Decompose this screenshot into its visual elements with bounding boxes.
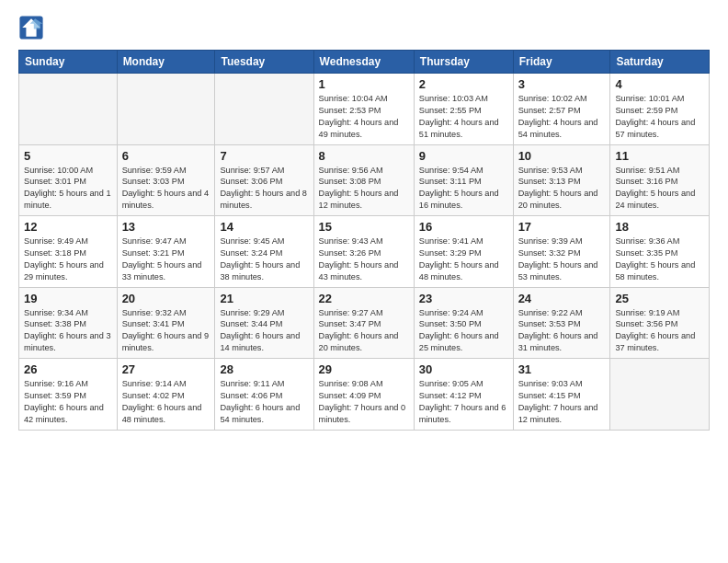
day-info: Sunrise: 9:49 AM Sunset: 3:18 PM Dayligh… [24, 236, 112, 283]
day-info: Sunrise: 9:57 AM Sunset: 3:06 PM Dayligh… [220, 165, 308, 213]
day-info: Sunrise: 9:59 AM Sunset: 3:03 PM Dayligh… [122, 165, 210, 213]
day-info: Sunrise: 9:47 AM Sunset: 3:21 PM Dayligh… [122, 236, 210, 283]
calendar-cell: 18Sunrise: 9:36 AM Sunset: 3:35 PM Dayli… [610, 216, 710, 288]
day-number: 28 [220, 362, 308, 376]
day-info: Sunrise: 9:36 AM Sunset: 3:35 PM Dayligh… [615, 236, 704, 283]
day-number: 16 [419, 220, 508, 234]
day-info: Sunrise: 9:43 AM Sunset: 3:26 PM Dayligh… [319, 236, 409, 283]
day-info: Sunrise: 9:41 AM Sunset: 3:29 PM Dayligh… [419, 236, 508, 283]
day-number: 15 [319, 220, 409, 234]
weekday-header-wednesday: Wednesday [313, 51, 414, 74]
weekday-header-thursday: Thursday [414, 51, 513, 74]
week-row-5: 26Sunrise: 9:16 AM Sunset: 3:59 PM Dayli… [19, 359, 710, 431]
day-number: 8 [319, 149, 409, 163]
day-info: Sunrise: 9:51 AM Sunset: 3:16 PM Dayligh… [615, 165, 704, 213]
day-info: Sunrise: 9:56 AM Sunset: 3:08 PM Dayligh… [319, 165, 409, 213]
day-number: 2 [419, 77, 508, 91]
logo-icon [18, 15, 44, 40]
page: SundayMondayTuesdayWednesdayThursdayFrid… [0, 0, 728, 440]
day-info: Sunrise: 10:04 AM Sunset: 2:53 PM Daylig… [319, 93, 409, 141]
day-number: 22 [319, 292, 409, 305]
week-row-4: 19Sunrise: 9:34 AM Sunset: 3:38 PM Dayli… [19, 287, 710, 359]
calendar-cell: 15Sunrise: 9:43 AM Sunset: 3:26 PM Dayli… [313, 216, 414, 288]
day-info: Sunrise: 9:29 AM Sunset: 3:44 PM Dayligh… [220, 307, 308, 355]
day-number: 13 [122, 220, 210, 234]
calendar-cell: 4Sunrise: 10:01 AM Sunset: 2:59 PM Dayli… [610, 74, 710, 145]
day-info: Sunrise: 10:02 AM Sunset: 2:57 PM Daylig… [518, 93, 606, 141]
calendar-cell [117, 74, 215, 145]
day-info: Sunrise: 9:05 AM Sunset: 4:12 PM Dayligh… [419, 378, 508, 426]
day-number: 25 [615, 292, 704, 305]
week-row-1: 1Sunrise: 10:04 AM Sunset: 2:53 PM Dayli… [19, 74, 710, 145]
calendar-cell: 8Sunrise: 9:56 AM Sunset: 3:08 PM Daylig… [313, 144, 414, 216]
day-info: Sunrise: 9:39 AM Sunset: 3:32 PM Dayligh… [518, 236, 606, 283]
weekday-header-monday: Monday [117, 51, 215, 74]
day-number: 26 [24, 362, 112, 376]
day-info: Sunrise: 9:08 AM Sunset: 4:09 PM Dayligh… [319, 378, 409, 426]
day-info: Sunrise: 10:00 AM Sunset: 3:01 PM Daylig… [24, 165, 112, 213]
logo [18, 15, 48, 40]
day-number: 24 [518, 292, 606, 305]
calendar-cell: 20Sunrise: 9:32 AM Sunset: 3:41 PM Dayli… [117, 287, 215, 359]
day-number: 29 [319, 362, 409, 376]
calendar-cell: 3Sunrise: 10:02 AM Sunset: 2:57 PM Dayli… [513, 74, 610, 145]
day-info: Sunrise: 9:24 AM Sunset: 3:50 PM Dayligh… [419, 307, 508, 355]
day-number: 10 [518, 149, 606, 163]
day-info: Sunrise: 9:32 AM Sunset: 3:41 PM Dayligh… [122, 307, 210, 355]
day-number: 12 [24, 220, 112, 234]
day-number: 20 [122, 292, 210, 305]
calendar-cell: 17Sunrise: 9:39 AM Sunset: 3:32 PM Dayli… [513, 216, 610, 288]
week-row-2: 5Sunrise: 10:00 AM Sunset: 3:01 PM Dayli… [19, 144, 710, 216]
calendar-cell: 21Sunrise: 9:29 AM Sunset: 3:44 PM Dayli… [215, 287, 313, 359]
calendar-cell: 9Sunrise: 9:54 AM Sunset: 3:11 PM Daylig… [414, 144, 513, 216]
day-number: 21 [220, 292, 308, 305]
day-info: Sunrise: 9:54 AM Sunset: 3:11 PM Dayligh… [419, 165, 508, 213]
calendar-cell: 16Sunrise: 9:41 AM Sunset: 3:29 PM Dayli… [414, 216, 513, 288]
day-number: 30 [419, 362, 508, 376]
day-number: 6 [122, 149, 210, 163]
day-number: 11 [615, 149, 704, 163]
calendar-cell: 19Sunrise: 9:34 AM Sunset: 3:38 PM Dayli… [19, 287, 118, 359]
day-number: 27 [122, 362, 210, 376]
calendar-cell: 30Sunrise: 9:05 AM Sunset: 4:12 PM Dayli… [414, 359, 513, 431]
calendar-cell: 1Sunrise: 10:04 AM Sunset: 2:53 PM Dayli… [313, 74, 414, 145]
day-info: Sunrise: 10:03 AM Sunset: 2:55 PM Daylig… [419, 93, 508, 141]
calendar-cell [610, 359, 710, 431]
calendar-cell: 26Sunrise: 9:16 AM Sunset: 3:59 PM Dayli… [19, 359, 118, 431]
calendar-cell: 13Sunrise: 9:47 AM Sunset: 3:21 PM Dayli… [117, 216, 215, 288]
day-info: Sunrise: 9:22 AM Sunset: 3:53 PM Dayligh… [518, 307, 606, 355]
day-number: 31 [518, 362, 606, 376]
day-number: 4 [615, 77, 704, 91]
week-row-3: 12Sunrise: 9:49 AM Sunset: 3:18 PM Dayli… [19, 216, 710, 288]
day-info: Sunrise: 9:11 AM Sunset: 4:06 PM Dayligh… [220, 378, 308, 426]
day-info: Sunrise: 9:16 AM Sunset: 3:59 PM Dayligh… [24, 378, 112, 426]
day-info: Sunrise: 9:53 AM Sunset: 3:13 PM Dayligh… [518, 165, 606, 213]
calendar-cell: 24Sunrise: 9:22 AM Sunset: 3:53 PM Dayli… [513, 287, 610, 359]
day-number: 18 [615, 220, 704, 234]
calendar-cell: 29Sunrise: 9:08 AM Sunset: 4:09 PM Dayli… [313, 359, 414, 431]
calendar-cell [215, 74, 313, 145]
day-info: Sunrise: 10:01 AM Sunset: 2:59 PM Daylig… [615, 93, 704, 141]
day-number: 1 [319, 77, 409, 91]
calendar-cell: 12Sunrise: 9:49 AM Sunset: 3:18 PM Dayli… [19, 216, 118, 288]
day-number: 14 [220, 220, 308, 234]
day-number: 19 [24, 292, 112, 305]
calendar-cell [19, 74, 118, 145]
day-info: Sunrise: 9:19 AM Sunset: 3:56 PM Dayligh… [615, 307, 704, 355]
day-number: 9 [419, 149, 508, 163]
calendar-cell: 6Sunrise: 9:59 AM Sunset: 3:03 PM Daylig… [117, 144, 215, 216]
day-info: Sunrise: 9:03 AM Sunset: 4:15 PM Dayligh… [518, 378, 606, 426]
calendar-cell: 5Sunrise: 10:00 AM Sunset: 3:01 PM Dayli… [19, 144, 118, 216]
calendar-cell: 14Sunrise: 9:45 AM Sunset: 3:24 PM Dayli… [215, 216, 313, 288]
weekday-header-tuesday: Tuesday [215, 51, 313, 74]
calendar-table: SundayMondayTuesdayWednesdayThursdayFrid… [18, 50, 710, 431]
header [18, 15, 710, 40]
calendar-cell: 2Sunrise: 10:03 AM Sunset: 2:55 PM Dayli… [414, 74, 513, 145]
weekday-header-saturday: Saturday [610, 51, 710, 74]
calendar-cell: 22Sunrise: 9:27 AM Sunset: 3:47 PM Dayli… [313, 287, 414, 359]
calendar-cell: 25Sunrise: 9:19 AM Sunset: 3:56 PM Dayli… [610, 287, 710, 359]
weekday-header-sunday: Sunday [19, 51, 118, 74]
calendar-cell: 23Sunrise: 9:24 AM Sunset: 3:50 PM Dayli… [414, 287, 513, 359]
day-number: 17 [518, 220, 606, 234]
day-info: Sunrise: 9:34 AM Sunset: 3:38 PM Dayligh… [24, 307, 112, 355]
